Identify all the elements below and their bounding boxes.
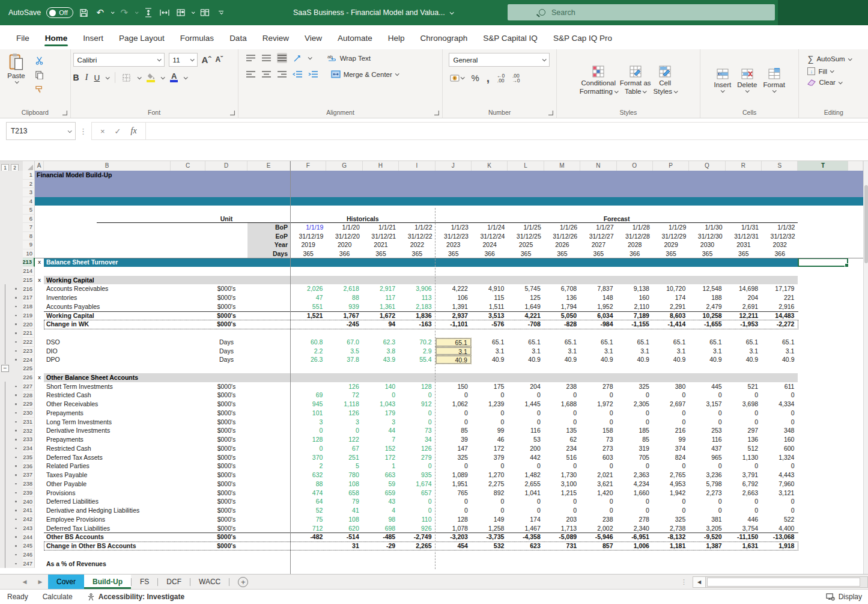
value-cell[interactable]: 663 [363,471,399,480]
value-cell[interactable]: 72 [326,391,362,400]
value-cell[interactable]: 4,910 [472,284,508,293]
value-cell[interactable] [290,541,326,551]
header-cell[interactable]: 365 [399,249,435,258]
value-cell[interactable]: 0 [472,418,508,427]
header-cell[interactable]: 31/12/23 [436,232,472,241]
ribbon-tab-page-layout[interactable]: Page Layout [111,28,172,49]
value-cell[interactable]: 160 [762,435,798,444]
value-cell[interactable]: 85 [617,435,653,444]
value-cell[interactable]: 2.9 [399,347,435,356]
insert-cells-button[interactable]: Insert [714,53,731,107]
display-settings[interactable]: Display [826,593,868,601]
ribbon-tab-home[interactable]: Home [37,28,76,49]
header-cell[interactable]: 31/12/27 [580,232,616,241]
conditional-formatting-button[interactable]: Conditional Formatting [580,53,618,107]
row-header-230[interactable]: 230 [23,409,35,418]
value-cell[interactable]: 0 [617,418,653,427]
value-cell[interactable]: 125 [508,293,544,302]
value-cell[interactable]: 437 [689,444,725,453]
value-cell[interactable]: 297 [726,426,762,435]
value-cell[interactable]: 108 [326,480,362,489]
undo-icon[interactable]: ↶ [95,7,106,18]
value-cell[interactable]: 3.1 [762,347,798,356]
value-cell[interactable]: 40.9 [580,355,616,364]
value-cell[interactable] [290,382,326,391]
value-cell[interactable]: -3,203 [436,532,472,541]
value-cell[interactable]: 3 [326,418,362,427]
value-cell[interactable]: 88 [326,293,362,302]
header-cell[interactable]: 2030 [689,240,725,249]
value-cell[interactable]: 623 [508,541,544,551]
value-cell[interactable]: 4,400 [762,524,798,533]
row-label[interactable]: Deferred Tax Assets [44,453,171,462]
header-cell[interactable]: 31/12/25 [508,232,544,241]
value-cell[interactable]: 59 [363,480,399,489]
new-table-dropdown-icon[interactable] [192,10,195,14]
format-as-table-button[interactable]: Format as Table [620,53,651,107]
header-cell[interactable]: 1/1/24 [472,223,508,232]
value-cell[interactable]: 3.5 [326,347,362,356]
value-cell[interactable]: 374 [653,444,689,453]
row-header-223[interactable]: 223 [23,347,35,356]
row-header-2[interactable]: 2 [23,180,35,189]
value-cell[interactable]: 3,236 [689,471,725,480]
value-cell[interactable]: 2,265 [399,541,435,551]
value-cell[interactable]: 60.8 [290,338,326,347]
value-cell[interactable]: 101 [290,409,326,418]
value-cell[interactable]: 1,258 [472,524,508,533]
header-band-teal[interactable] [35,197,863,206]
value-cell[interactable]: 0 [544,391,580,400]
row-header-218[interactable]: 218 [23,302,35,311]
horizontal-scrollbar[interactable] [706,576,868,588]
value-cell[interactable]: 0 [653,506,689,515]
value-cell[interactable]: 4,221 [508,311,544,320]
row-label[interactable]: Deferred Liabilities [44,497,171,506]
unit-cell[interactable]: $000's [205,532,247,541]
value-cell[interactable]: 446 [726,515,762,524]
value-cell[interactable]: 3,157 [689,400,725,409]
value-cell[interactable]: 278 [580,382,616,391]
value-cell[interactable]: 4 [363,506,399,515]
value-cell[interactable]: 1,387 [689,541,725,551]
value-cell[interactable]: 0 [436,391,472,400]
value-cell[interactable]: 1,521 [290,311,326,320]
value-cell[interactable]: 128 [399,382,435,391]
value-cell[interactable]: 174 [508,515,544,524]
value-cell[interactable]: 4,222 [436,284,472,293]
value-cell[interactable]: 126 [326,409,362,418]
value-cell[interactable]: -245 [326,320,362,329]
value-cell[interactable]: 532 [472,541,508,551]
header-cell[interactable]: 1/1/29 [653,223,689,232]
value-cell[interactable]: 2,738 [653,524,689,533]
autosum-button[interactable]: ∑ AutoSum [807,54,866,64]
comma-style-icon[interactable]: , [487,75,490,81]
value-cell[interactable]: 253 [689,426,725,435]
value-cell[interactable]: 2,183 [399,302,435,311]
value-cell[interactable]: 3.1 [472,347,508,356]
header-cell[interactable]: 31/12/26 [544,232,580,241]
value-cell[interactable]: 3,621 [580,480,616,489]
value-cell[interactable]: 4,953 [653,480,689,489]
ribbon-tab-help[interactable]: Help [380,28,413,49]
header-cell[interactable]: 1/1/25 [508,223,544,232]
value-cell[interactable]: 6,708 [544,284,580,293]
value-cell[interactable]: 10,720 [653,284,689,293]
value-cell[interactable]: 85 [436,426,472,435]
row-label[interactable]: Provisions [44,489,171,498]
row-label[interactable]: Prepayments [44,435,171,444]
value-cell[interactable]: 12,211 [726,311,762,320]
value-cell[interactable]: 0 [472,497,508,506]
row-header-214[interactable]: 214 [23,267,35,276]
value-cell[interactable]: 0 [762,462,798,471]
value-cell[interactable]: 1,130 [726,453,762,462]
row-label[interactable]: Related Parties [44,462,171,471]
value-cell[interactable]: 8,603 [653,311,689,320]
header-cell[interactable]: 2022 [399,240,435,249]
value-cell[interactable]: -514 [326,532,362,541]
value-cell[interactable]: 1,951 [436,480,472,489]
value-cell[interactable]: 2,340 [617,524,653,533]
ribbon-tab-s-p-cap-iq-pro[interactable]: S&P Cap IQ Pro [545,28,620,49]
row-label[interactable]: Other BS Accounts [44,532,171,541]
value-cell[interactable]: 1,730 [544,471,580,480]
value-cell[interactable]: 55.4 [399,355,435,364]
